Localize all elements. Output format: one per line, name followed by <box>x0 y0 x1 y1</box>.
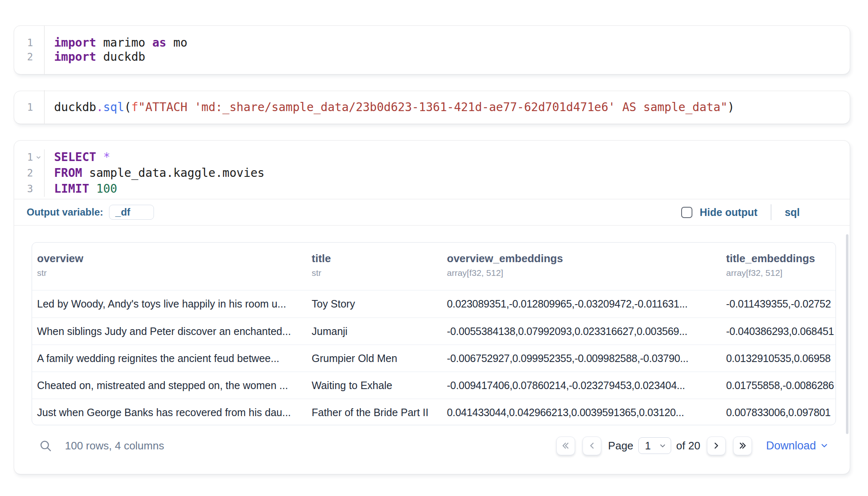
cell-overview: A family wedding reignites the ancient f… <box>37 345 310 372</box>
cell-title-embeddings: -0.040386293,0.068451 <box>726 318 836 345</box>
column-type: str <box>37 268 310 278</box>
cell-overview-embeddings: -0.006752927,0.099952355,-0.009982588,-0… <box>447 345 722 372</box>
cell-title-embeddings: 0.007833006,0.097801 <box>726 399 836 425</box>
line-number-gutter: 1 2 3 <box>14 149 45 197</box>
table-row[interactable]: Cheated on, mistreated and stepped on, t… <box>32 372 836 399</box>
code-editor[interactable]: 1 2 3 SELECT * FROM sample_data.kaggle.m… <box>14 141 850 199</box>
line-number: 2 <box>14 167 33 179</box>
cell-title: Jumanji <box>312 318 439 345</box>
code-line[interactable]: FROM sample_data.kaggle.movies <box>54 165 265 181</box>
table-row[interactable]: A family wedding reignites the ancient f… <box>32 345 836 372</box>
cell-title: Waiting to Exhale <box>312 372 439 399</box>
code-line[interactable]: duckdb.sql(f"ATTACH 'md:_share/sample_da… <box>54 100 734 114</box>
hide-output-checkbox[interactable] <box>681 207 692 218</box>
divider <box>771 204 771 220</box>
download-button[interactable]: Download <box>766 439 829 452</box>
code-editor[interactable]: 1 2 import marimo as mo import duckdb <box>14 26 850 74</box>
cell-overview-embeddings: -0.009417406,0.07860214,-0.023279453,0.0… <box>447 372 722 399</box>
cell-overview: When siblings Judy and Peter discover an… <box>37 318 310 345</box>
code-line[interactable]: LIMIT 100 <box>54 181 265 197</box>
cell-title: Toy Story <box>312 290 439 317</box>
column-header-overview[interactable]: overview str <box>37 243 310 278</box>
code-line[interactable]: import marimo as mo <box>54 36 187 50</box>
table-row[interactable]: Just when George Banks has recovered fro… <box>32 399 836 425</box>
pagination: Page 1 of 20 Download <box>556 436 829 455</box>
cell-overview: Led by Woody, Andy's toys live happily i… <box>37 290 310 317</box>
cell-title-embeddings: 0.0132910535,0.06958 <box>726 345 836 372</box>
column-header-title[interactable]: title str <box>312 243 439 278</box>
line-number: 1 <box>14 102 33 113</box>
code-editor[interactable]: 1 duckdb.sql(f"ATTACH 'md:_share/sample_… <box>14 91 850 124</box>
first-page-button[interactable] <box>556 436 575 455</box>
output-variable-input[interactable]: _df <box>109 205 154 220</box>
page-select[interactable]: 1 <box>638 437 671 454</box>
next-page-button[interactable] <box>707 436 726 455</box>
table-body: Led by Woody, Andy's toys live happily i… <box>32 290 836 425</box>
table-row[interactable]: Led by Woody, Andy's toys live happily i… <box>32 290 836 317</box>
cell-overview-embeddings: -0.0055384138,0.07992093,0.023316627,0.0… <box>447 318 722 345</box>
page-total-label: of 20 <box>676 439 700 452</box>
code-line[interactable]: SELECT * <box>54 149 265 165</box>
column-type: array[f32, 512] <box>447 268 722 278</box>
language-badge-sql[interactable]: sql <box>785 206 800 218</box>
column-header-title-embeddings[interactable]: title_embeddings array[f32, 512] <box>726 243 836 278</box>
hide-output-label[interactable]: Hide output <box>700 206 758 218</box>
cell-title-embeddings: -0.011439355,-0.02752 <box>726 290 836 317</box>
code-cell-attach: 1 duckdb.sql(f"ATTACH 'md:_share/sample_… <box>14 91 850 124</box>
table-header: overview str title str overview_embeddin… <box>32 243 836 290</box>
last-page-button[interactable] <box>733 436 752 455</box>
chevron-down-icon <box>659 442 667 450</box>
cell-overview-embeddings: 0.041433044,0.042966213,0.0039591365,0.0… <box>447 399 722 425</box>
column-type: array[f32, 512] <box>726 268 836 278</box>
line-number: 1 <box>14 37 33 49</box>
code-cell-imports: 1 2 import marimo as mo import duckdb <box>14 25 850 74</box>
dataframe-table: overview str title str overview_embeddin… <box>32 242 836 425</box>
cell-overview: Just when George Banks has recovered fro… <box>37 399 310 425</box>
code-line[interactable]: import duckdb <box>54 50 187 64</box>
column-header-overview-embeddings[interactable]: overview_embeddings array[f32, 512] <box>447 243 722 278</box>
line-number-gutter: 1 <box>14 90 45 124</box>
download-chevron-icon <box>820 441 829 450</box>
fold-chevron-icon[interactable] <box>33 154 44 161</box>
line-number-gutter: 1 2 <box>14 26 45 74</box>
cell-title-embeddings: 0.01755858,-0.0086286 <box>726 372 836 399</box>
line-number: 1 <box>14 151 33 163</box>
line-number: 2 <box>14 51 33 63</box>
search-icon[interactable] <box>39 439 52 453</box>
output-variable-bar: Output variable: _df Hide output sql <box>14 199 850 226</box>
output-scrollbar[interactable] <box>846 234 848 434</box>
table-row[interactable]: When siblings Judy and Peter discover an… <box>32 317 836 345</box>
table-footer: 100 rows, 4 columns Page 1 of 20 Downloa… <box>14 436 850 455</box>
column-type: str <box>312 268 439 278</box>
page-label: Page <box>608 439 633 452</box>
cell-overview: Cheated on, mistreated and stepped on, t… <box>37 372 310 399</box>
row-count-status: 100 rows, 4 columns <box>65 439 164 452</box>
line-number: 3 <box>14 183 33 195</box>
cell-overview-embeddings: 0.023089351,-0.012809965,-0.03209472,-0.… <box>447 290 722 317</box>
cell-title: Father of the Bride Part II <box>312 399 439 425</box>
output-variable-label: Output variable: <box>27 206 103 218</box>
sql-cell: 1 2 3 SELECT * FROM sample_data.kaggle.m… <box>14 140 850 474</box>
prev-page-button[interactable] <box>583 436 601 455</box>
cell-title: Grumpier Old Men <box>312 345 439 372</box>
